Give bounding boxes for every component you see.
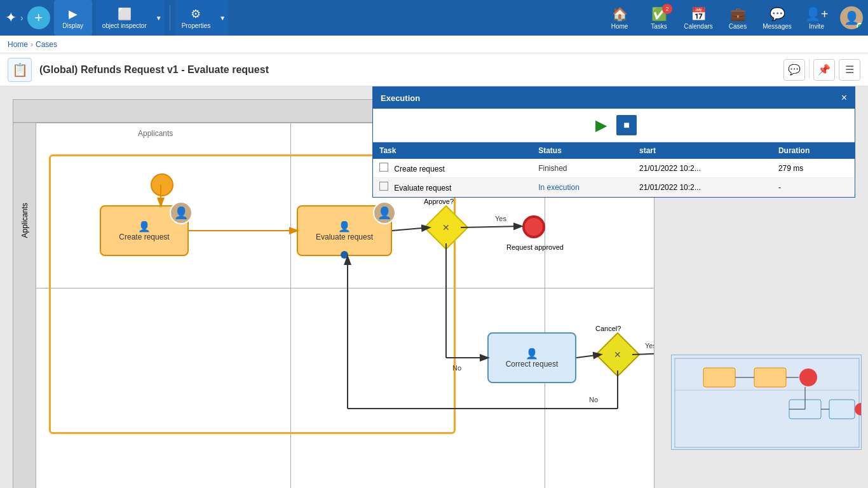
exec-duration-cell: 279 ms (772, 159, 855, 178)
display-icon: ▶ (69, 7, 78, 21)
evaluate-request-photo: 👤 (373, 201, 396, 224)
toolbar-properties-group: ⚙ Properties ▼ (175, 0, 228, 36)
col-status: Status (532, 142, 633, 159)
task-correct-request[interactable]: 👤 Correct request (487, 332, 576, 383)
nav-arrow-icon[interactable]: › (20, 13, 24, 23)
page-icon: 📋 (8, 58, 32, 82)
toolbar-inspector-group: ⬜ object inspector ▼ (96, 0, 165, 36)
logo-icon: ✦ (5, 10, 17, 26)
toolbar-left: ✦ › + ▶ Display ⬜ object inspector ▼ ⚙ P… (5, 0, 228, 36)
online-status-dot (857, 23, 863, 29)
toolbar-right: 🏠 Home 2 ✅ Tasks 📅 Calendars 💼 Cases 💬 M… (604, 6, 863, 30)
svg-text:Yes: Yes (645, 342, 654, 349)
task-user-icon: 👤 (138, 220, 151, 233)
main-canvas: Applicants Applicants (0, 86, 868, 488)
display-button[interactable]: ▶ Display (54, 0, 92, 36)
exec-table-row[interactable]: Evaluate request In execution 21/01/2022… (373, 178, 855, 197)
home-icon: 🏠 (612, 6, 628, 22)
svg-text:No: No (589, 396, 598, 403)
cases-icon: 💼 (730, 6, 746, 22)
inspector-icon: ⬜ (118, 7, 132, 21)
gateway-approve-label: Approve? (424, 198, 454, 205)
toolbar-display-group: ▶ Display (54, 0, 92, 36)
exec-start-cell: 21/01/2022 10:2... (633, 178, 772, 197)
create-request-photo: 👤 (170, 201, 193, 224)
svg-text:No: No (452, 364, 461, 372)
start-event[interactable] (151, 173, 173, 196)
page-title: (Global) Refunds Request v1 - Evaluate r… (39, 64, 776, 76)
nav-cases[interactable]: 💼 Cases (722, 6, 754, 30)
nav-invite[interactable]: 👤+ Invite (801, 6, 832, 30)
col-start: start (633, 142, 772, 159)
execution-play-button[interactable]: ▶ (591, 115, 611, 135)
page-header: 📋 (Global) Refunds Request v1 - Evaluate… (0, 53, 868, 86)
execution-table: Task Status start Duration Create reques… (373, 142, 855, 197)
nav-calendars[interactable]: 📅 Calendars (682, 6, 714, 30)
svg-text:Yes: Yes (495, 215, 506, 222)
svg-rect-19 (754, 368, 786, 387)
exec-row-checkbox[interactable] (379, 163, 388, 172)
execution-title: Execution (381, 93, 420, 103)
list-view-button[interactable]: ☰ (839, 59, 860, 81)
properties-button[interactable]: ⚙ Properties (175, 0, 217, 36)
thumbnail-svg (672, 355, 862, 450)
execution-close-button[interactable]: × (841, 92, 847, 104)
breadcrumb-cases[interactable]: Cases (36, 40, 57, 49)
execution-stop-button[interactable]: ■ (616, 115, 637, 135)
toolbar-separator (170, 5, 170, 30)
nav-tasks[interactable]: 2 ✅ Tasks (643, 6, 675, 30)
exec-duration-cell: - (772, 178, 855, 197)
inspector-dropdown-arrow[interactable]: ▼ (153, 15, 165, 22)
comment-button[interactable]: 💬 (783, 59, 805, 81)
object-inspector-button[interactable]: ⬜ object inspector (96, 0, 153, 36)
exec-table-row[interactable]: Create request Finished 21/01/2022 10:2.… (373, 159, 855, 178)
exec-task-cell: Create request (373, 159, 532, 178)
svg-point-20 (799, 369, 817, 386)
gateway-cancel[interactable]: ✕ Cancel? (602, 339, 634, 370)
execution-dialog: Execution × ▶ ■ Task Status start Durati… (372, 86, 855, 198)
exec-task-cell: Evaluate request (373, 178, 532, 197)
exec-status-cell: In execution (532, 178, 633, 197)
nav-home[interactable]: 🏠 Home (604, 6, 635, 30)
col-task: Task (373, 142, 532, 159)
gateway-cancel-label: Cancel? (595, 325, 621, 332)
messages-icon: 💬 (770, 6, 785, 22)
task-active-indicator (341, 251, 348, 259)
properties-icon: ⚙ (191, 7, 201, 21)
breadcrumb-sep1: › (31, 40, 33, 49)
breadcrumb: Home › Cases (0, 36, 868, 53)
gateway-approve[interactable]: ✕ Approve? (430, 212, 462, 243)
execution-header: Execution × (373, 87, 855, 109)
toolbar: ✦ › + ▶ Display ⬜ object inspector ▼ ⚙ P… (0, 0, 868, 36)
invite-icon: 👤+ (805, 6, 829, 22)
action-sep (809, 59, 810, 78)
task-evaluate-request[interactable]: 👤 Evaluate request 👤 (297, 205, 392, 256)
nav-messages[interactable]: 💬 Messages (761, 6, 793, 30)
exec-status-cell: Finished (532, 159, 633, 178)
add-button[interactable]: + (27, 6, 50, 29)
properties-dropdown-arrow[interactable]: ▼ (217, 15, 228, 22)
correct-user-icon: 👤 (526, 348, 538, 360)
exec-row-checkbox[interactable] (379, 182, 388, 191)
svg-line-2 (392, 227, 429, 231)
calendars-icon: 📅 (691, 6, 707, 22)
eval-user-icon: 👤 (338, 220, 351, 233)
execution-controls: ▶ ■ (373, 109, 855, 142)
breadcrumb-home[interactable]: Home (8, 40, 28, 49)
col-duration: Duration (772, 142, 855, 159)
lane-label-applicants: Applicants (13, 123, 36, 318)
task-create-request[interactable]: 👤 Create request 👤 (100, 205, 189, 256)
pin-button[interactable]: 📌 (813, 59, 835, 81)
svg-rect-18 (703, 368, 735, 387)
gateway-cancel-diamond: ✕ (595, 332, 641, 377)
gateway-approve-diamond: ✕ (424, 205, 469, 250)
svg-line-3 (461, 226, 521, 227)
end-event-approved[interactable] (522, 215, 545, 238)
request-approved-label: Request approved (506, 243, 564, 251)
avatar[interactable]: 👤 (840, 6, 863, 29)
applicants-label: Applicants (138, 129, 173, 138)
mini-thumbnail (671, 355, 862, 450)
exec-start-cell: 21/01/2022 10:2... (633, 159, 772, 178)
svg-rect-22 (829, 400, 855, 419)
page-actions: 💬 📌 ☰ (783, 59, 860, 81)
